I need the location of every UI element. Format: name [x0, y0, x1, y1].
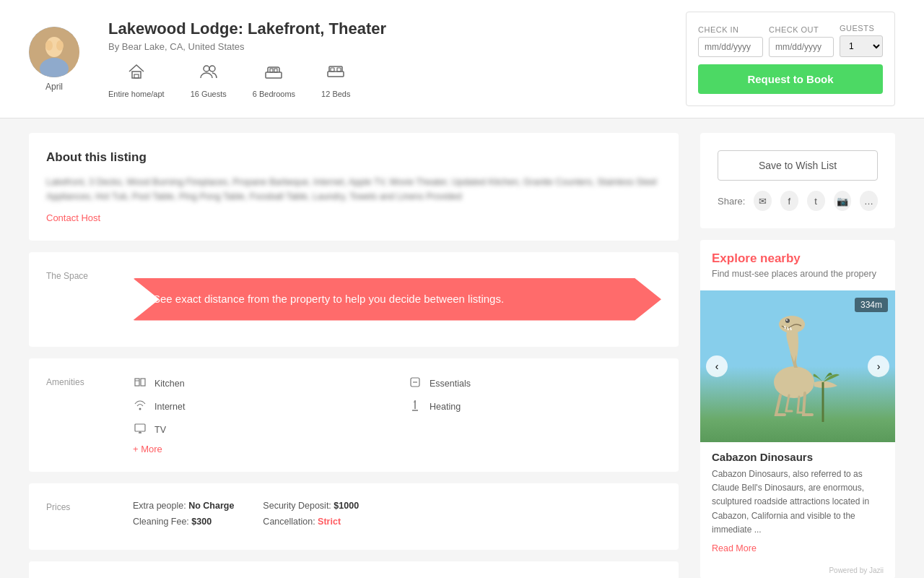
- content-area: About this listing Lakefront, 3 Decks, W…: [29, 133, 679, 578]
- facebook-share-icon[interactable]: f: [780, 191, 798, 211]
- prices-label: Prices: [46, 501, 133, 532]
- prices-row: Prices Extra people: No Charge Cleaning …: [46, 501, 661, 532]
- email-share-icon[interactable]: ✉: [754, 191, 772, 211]
- book-button[interactable]: Request to Book: [698, 64, 883, 94]
- checkin-label: Check In: [698, 25, 763, 34]
- listing-title: Lakewood Lodge: Lakefront, Theater: [108, 20, 657, 38]
- stat-bedrooms: 6 Bedrooms: [253, 62, 295, 98]
- about-title: About this listing: [46, 150, 661, 165]
- listing-info: Lakewood Lodge: Lakefront, Theater By Be…: [108, 20, 657, 98]
- carousel-prev-button[interactable]: ‹: [706, 355, 728, 377]
- tv-icon: [133, 422, 147, 438]
- amenity-essentials: Essentials: [408, 376, 661, 392]
- the-space-content: See exact distance from the property to …: [133, 269, 661, 329]
- about-description: Lakefront, 3 Decks, Wood Burning Firepla…: [46, 175, 661, 204]
- svg-point-4: [56, 40, 64, 51]
- amenity-kitchen: Kitchen: [133, 376, 386, 392]
- instagram-share-icon[interactable]: 📷: [834, 191, 852, 211]
- host-name: April: [45, 82, 63, 92]
- explore-title: Explore nearby: [712, 251, 884, 266]
- more-amenities-link[interactable]: + More: [133, 444, 661, 454]
- amenities-section: Amenities Kitchen E: [29, 358, 679, 472]
- bedrooms-icon: [264, 62, 283, 85]
- svg-point-20: [139, 407, 141, 410]
- explore-subtitle: Find must-see places around the propery: [712, 269, 884, 279]
- prices-grid: Extra people: No Charge Cleaning Fee: $3…: [133, 501, 661, 532]
- guests-label: Guests: [840, 24, 883, 33]
- kitchen-icon: [133, 376, 147, 392]
- amenities-grid: Kitchen Essentials Interne: [133, 376, 661, 438]
- amenity-internet: Internet: [133, 399, 386, 415]
- twitter-share-icon[interactable]: t: [807, 191, 825, 211]
- svg-point-8: [209, 66, 215, 72]
- checkout-field: Check Out: [769, 25, 834, 57]
- main-content: About this listing Lakefront, 3 Decks, W…: [0, 133, 924, 578]
- tooltip-text: See exact distance from the property to …: [153, 293, 504, 305]
- checkout-label: Check Out: [769, 25, 834, 34]
- host-avatar-wrap: April: [29, 27, 79, 92]
- the-space-section: The Space See exact distance from the pr…: [29, 252, 679, 347]
- checkout-input[interactable]: [769, 37, 834, 57]
- powered-by-text: Powered by Jazii: [700, 562, 895, 578]
- explore-image-wrap: 334m ‹ ›: [700, 290, 895, 442]
- sidebar: Save to Wish List Share: ✉ f t 📷 … Explo…: [700, 133, 895, 578]
- explore-place-info: Cabazon Dinosaurs Cabazon Dinosaurs, als…: [700, 442, 895, 562]
- amenity-heating: Heating: [408, 399, 661, 415]
- amenity-kitchen-label: Kitchen: [154, 379, 185, 389]
- prices-section: Prices Extra people: No Charge Cleaning …: [29, 483, 679, 550]
- security-deposit-item: Security Deposit: $1000: [263, 501, 359, 511]
- amenities-row: Amenities Kitchen E: [46, 376, 661, 454]
- beds-icon: [326, 62, 345, 85]
- extra-people-label: Extra people:: [133, 501, 186, 511]
- essentials-icon: [408, 376, 422, 392]
- home-icon: [127, 62, 146, 85]
- the-space-label: The Space: [46, 269, 133, 329]
- share-row: Share: ✉ f t 📷 …: [718, 191, 878, 211]
- the-space-row: The Space See exact distance from the pr…: [46, 269, 661, 329]
- share-label: Share:: [718, 196, 745, 207]
- contact-host-link[interactable]: Contact Host: [46, 212, 100, 223]
- guests-icon: [199, 62, 218, 85]
- booking-date-fields: Check In Check Out Guests 123: [698, 24, 883, 57]
- svg-rect-9: [266, 72, 282, 78]
- security-deposit-value: $1000: [334, 501, 359, 511]
- extra-people-item: Extra people: No Charge: [133, 501, 234, 511]
- dinosaur-figure: [754, 310, 841, 428]
- svg-rect-23: [135, 424, 145, 431]
- wishlist-button[interactable]: Save to Wish List: [718, 150, 878, 181]
- cancellation-value: Strict: [318, 517, 341, 527]
- svg-point-27: [779, 316, 805, 333]
- svg-point-28: [785, 319, 790, 323]
- stat-beds: 12 Beds: [321, 62, 350, 98]
- wishlist-section: Save to Wish List Share: ✉ f t 📷 …: [700, 133, 895, 228]
- amenity-tv: TV: [133, 422, 386, 438]
- carousel-next-button[interactable]: ›: [868, 355, 889, 377]
- svg-rect-12: [328, 72, 344, 77]
- avatar: [29, 27, 79, 77]
- read-more-link[interactable]: Read More: [712, 543, 757, 553]
- svg-point-7: [204, 66, 209, 72]
- listing-stats: Entire home/apt 16 Guests 6 Bedrooms 12 …: [108, 62, 657, 98]
- cancellation-label: Cancellation:: [263, 517, 315, 527]
- more-share-icon[interactable]: …: [860, 191, 878, 211]
- svg-point-3: [45, 40, 53, 51]
- stat-guests-label: 16 Guests: [191, 90, 227, 98]
- amenity-heating-label: Heating: [430, 402, 461, 412]
- stat-guests: 16 Guests: [191, 62, 227, 98]
- checkin-input[interactable]: [698, 37, 763, 57]
- cleaning-fee-item: Cleaning Fee: $300: [133, 517, 234, 527]
- amenities-label: Amenities: [46, 376, 133, 454]
- listing-location: By Bear Lake, CA, United States: [108, 41, 657, 52]
- explore-place-name: Cabazon Dinosaurs: [712, 451, 884, 463]
- amenity-essentials-label: Essentials: [430, 379, 471, 389]
- stat-home-type: Entire home/apt: [108, 62, 165, 98]
- prices-content: Extra people: No Charge Cleaning Fee: $3…: [133, 501, 661, 532]
- amenity-internet-label: Internet: [154, 402, 185, 412]
- header: April Lakewood Lodge: Lakefront, Theater…: [0, 0, 924, 118]
- security-deposit-label: Security Deposit:: [263, 501, 331, 511]
- guests-select[interactable]: 123: [840, 35, 883, 57]
- explore-place-description: Cabazon Dinosaurs, also referred to as C…: [712, 467, 884, 537]
- svg-rect-15: [135, 379, 139, 386]
- cancellation-item: Cancellation: Strict: [263, 517, 359, 527]
- amenity-tv-label: TV: [154, 425, 166, 435]
